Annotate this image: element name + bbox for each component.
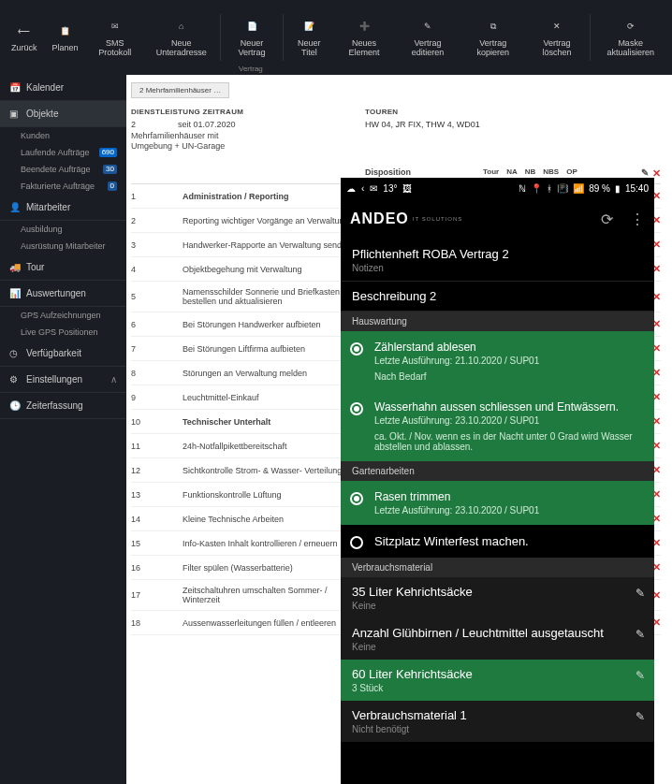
row-desc: Info-Kasten Inhalt kontrollieren / erneu… [183, 539, 365, 548]
toolbar-maske-aktualisieren[interactable]: ⟳Maske aktualisieren [592, 0, 668, 75]
sidebar-verfuegbarkeit[interactable]: ◷Verfügbarkeit [0, 341, 126, 367]
document-tab[interactable]: 2 Mehrfamilienhäuser … [131, 82, 229, 98]
badge-beendete: 30 [103, 165, 117, 174]
row-desc: Zeitschaltuhren umschalten Sommer- / Win… [183, 586, 365, 604]
tour-icon: 🚚 [9, 262, 21, 272]
row-num: 7 [131, 344, 183, 354]
row-num: 6 [131, 320, 183, 329]
mobile-header[interactable]: Pflichtenheft ROBA Vertrag 2 Notizen [341, 240, 654, 282]
hw-item-1[interactable]: Wasserhahn aussen schliessen und Entwäss… [341, 391, 654, 461]
mobile-beschreibung[interactable]: Beschreibung 2 [341, 282, 654, 312]
badge-fakturierte: 0 [108, 181, 117, 191]
ga-item-0[interactable]: Rasen trimmen Letzte Ausführung: 23.10.2… [341, 481, 654, 525]
toolbar-neues-element[interactable]: ➕Neues Element [333, 0, 395, 75]
sidebar-einstellungen[interactable]: ⚙Einstellungen∧ [0, 367, 126, 393]
row-desc: Namensschilder Sonnerie und Briefkasten … [183, 287, 365, 306]
toolbar-back[interactable]: ⟵Zurück [4, 0, 45, 75]
dz-text: Mehrfamilienhäuser mit Umgebung + UN-Gar… [131, 131, 234, 152]
row-num: 18 [131, 618, 183, 628]
menu-icon[interactable]: ⋮ [630, 211, 645, 228]
delete-icon: ✕ [548, 18, 565, 35]
calendar-icon: 📅 [9, 82, 21, 93]
section-hauswartung: Hauswartung [341, 312, 654, 331]
sidebar-gps-live[interactable]: Live GPS Positionen [0, 324, 126, 341]
nfc-icon: ℕ [519, 183, 526, 194]
sidebar-auswertungen[interactable]: 📊Auswertungen [0, 281, 126, 307]
toolbar-neuer-titel[interactable]: 📝Neuer Titel [285, 0, 333, 75]
vm-item-2[interactable]: 60 Liter Kehrichtsäcke 3 Stück ✎ [341, 660, 654, 701]
toolbar-planen[interactable]: 📋Planen [45, 0, 86, 75]
row-num: 8 [131, 369, 183, 378]
doc-icon: 📄 [243, 18, 260, 35]
sidebar-laufende[interactable]: Laufende Aufträge690 [0, 144, 126, 161]
toolbar-vertrag-editieren[interactable]: ✎Vertrag editieren [395, 0, 460, 75]
section-verbrauchsmaterial: Verbrauchsmaterial [341, 558, 654, 577]
mail-icon: ✉ [370, 183, 377, 194]
row-desc: Kleine Technische Arbeiten [183, 515, 365, 524]
row-num: 3 [131, 240, 183, 250]
sidebar-ausruestung[interactable]: Ausrüstung Mitarbeiter [0, 238, 126, 254]
arrow-left-icon: ‹ [361, 183, 364, 194]
pencil-icon[interactable]: ✎ [635, 710, 645, 723]
radio-icon[interactable] [350, 492, 363, 505]
objects-icon: ▣ [9, 109, 21, 119]
plan-icon: 📋 [57, 22, 74, 39]
sidebar-tour[interactable]: 🚚Tour [0, 254, 126, 281]
row-num: 5 [131, 292, 183, 301]
toolbar-sms[interactable]: ✉SMS Protokoll [86, 0, 144, 75]
touren-label: TOUREN [365, 108, 661, 116]
row-num: 15 [131, 539, 183, 548]
row-desc: Handwerker-Rapporte an Verwaltung senden [183, 240, 365, 250]
toolbar-neuer-vertrag[interactable]: 📄Neuer Vertrag [223, 0, 281, 75]
vm-item-0[interactable]: 35 Liter Kehrichtsäcke Keine ✎ [341, 577, 654, 618]
avail-icon: ◷ [9, 348, 21, 358]
radio-icon[interactable] [350, 536, 363, 549]
sidebar-kalender[interactable]: 📅Kalender [0, 75, 126, 101]
row-desc: Sichtkontrolle Strom- & Wasser- Verteilu… [183, 466, 365, 475]
sidebar-kunden[interactable]: Kunden [0, 127, 126, 144]
stats-icon: 📊 [9, 288, 21, 298]
toolbar-unteradresse[interactable]: ⌂Neue Unteradresse [144, 0, 219, 75]
time-icon: 🕒 [9, 400, 21, 411]
sidebar-beendete[interactable]: Beendete Aufträge30 [0, 161, 126, 178]
sidebar-gps-aufz[interactable]: GPS Aufzeichnungen [0, 307, 126, 324]
battery-icon: ▮ [615, 183, 621, 194]
chevron-up-icon: ∧ [110, 374, 117, 385]
toolbar-vertrag-loeschen[interactable]: ✕Vertrag löschen [526, 0, 589, 75]
copy-icon: ⧉ [485, 18, 502, 35]
back-icon: ⟵ [16, 22, 33, 39]
row-desc: Bei Störungen Handwerker aufbieten [183, 320, 365, 329]
row-desc: Leuchtmittel-Einkauf [183, 393, 365, 402]
clock: 15:40 [625, 183, 649, 194]
hw-item-0[interactable]: Zählerstand ablesen Letzte Ausführung: 2… [341, 331, 654, 391]
row-num: 14 [131, 515, 183, 524]
radio-icon[interactable] [350, 402, 363, 415]
sms-icon: ✉ [107, 18, 124, 35]
battery-pct: 89 % [589, 183, 610, 194]
sidebar-fakturierte[interactable]: Fakturierte Aufträge0 [0, 178, 126, 195]
row-num: 11 [131, 442, 183, 451]
pencil-icon[interactable]: ✎ [635, 587, 645, 600]
pencil-icon[interactable]: ✎ [635, 628, 645, 641]
row-desc: Objektbegehung mit Verwaltung [183, 265, 365, 274]
sidebar-mitarbeiter[interactable]: 👤Mitarbeiter [0, 195, 126, 221]
ga-item-1[interactable]: Sitzplatz Winterfest machen. [341, 525, 654, 558]
refresh-icon[interactable]: ⟳ [601, 211, 613, 228]
user-icon: 👤 [9, 202, 21, 212]
vm-item-1[interactable]: Anzahl Glühbirnen / Leuchtmittel ausgeta… [341, 618, 654, 660]
row-desc: Aussenwasserleitungen füllen / entleeren [183, 618, 365, 628]
element-icon: ➕ [356, 18, 373, 35]
dz-label: DIENSTLEISTUNG ZEITRAUM [131, 108, 365, 116]
toolbar-vertrag-kopieren[interactable]: ⧉Vertrag kopieren [460, 0, 526, 75]
signal-icon: 📶 [573, 183, 584, 194]
vm-item-3[interactable]: Verbrauchsmaterial 1 Nicht benötigt ✎ [341, 701, 654, 742]
row-num: 17 [131, 590, 183, 600]
pencil-icon[interactable]: ✎ [635, 669, 645, 682]
sidebar-objekte[interactable]: ▣Objekte [0, 101, 126, 127]
location-icon: 📍 [531, 183, 542, 194]
row-desc: Bei Störungen Liftfirma aufbieten [183, 344, 365, 354]
sidebar-ausbildung[interactable]: Ausbildung [0, 221, 126, 238]
radio-icon[interactable] [350, 342, 363, 356]
edit-icon: ✎ [419, 18, 436, 35]
sidebar-zeiterfassung[interactable]: 🕒Zeiterfassung [0, 393, 126, 419]
